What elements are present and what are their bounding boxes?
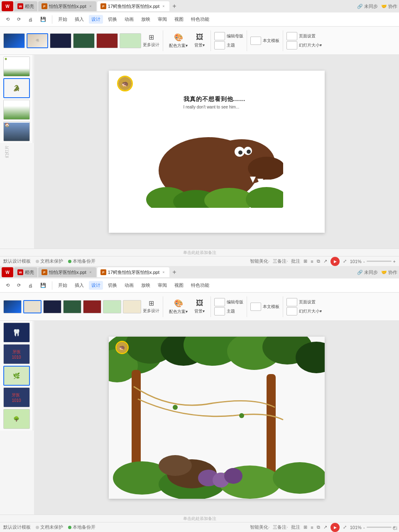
design-thumb-2-3[interactable] — [43, 300, 61, 313]
tab-ppt1[interactable]: P 怕怕牙医怕怕x.ppt × — [38, 1, 96, 11]
toolbar-undo-2[interactable]: ⟲ — [3, 281, 12, 289]
menu-insert-1[interactable]: 插入 — [72, 15, 86, 24]
menu-start-2[interactable]: 开始 — [56, 281, 70, 290]
zoom-slider-2[interactable] — [367, 527, 392, 528]
icon-share-2[interactable]: ↗ — [323, 525, 327, 530]
note-area-2[interactable]: 单击此处添加备注 — [0, 515, 399, 522]
page-setup-label[interactable]: 页面设置 — [299, 33, 316, 39]
ribbon-color-scheme-2[interactable]: 🎨 配色方案▾ — [166, 297, 190, 316]
tab-daoke[interactable]: W 稻壳 — [14, 1, 37, 11]
menu-insert-2[interactable]: 插入 — [72, 281, 86, 290]
smart-beautify-1[interactable]: 智能美化· — [250, 258, 269, 264]
tab-ppt1-2[interactable]: P 怕怕牙医怕怕x.ppt × — [38, 267, 96, 277]
menu-view-1[interactable]: 视图 — [172, 15, 186, 24]
theme-label[interactable]: 主题 — [227, 42, 235, 48]
add-comment-2[interactable]: 批注 — [291, 524, 300, 530]
slide-thumb-1-1[interactable]: 🌳 — [3, 57, 30, 76]
design-thumb-2-2[interactable] — [23, 300, 42, 313]
menu-start-1[interactable]: 开始 — [56, 15, 70, 24]
tab-close-ppt2[interactable]: × — [161, 4, 166, 9]
menu-design-2[interactable]: 设计 — [89, 281, 103, 290]
smart-beautify-2[interactable]: 智能美化· — [250, 524, 269, 530]
edit-master-label[interactable]: 编辑母版 — [227, 33, 243, 39]
design-thumb-2[interactable]: 书 — [27, 33, 48, 48]
slide-canvas-2[interactable]: 🦔 — [109, 337, 325, 499]
design-thumb-2-1[interactable] — [3, 300, 22, 313]
comments-label-1[interactable]: 三备注· — [273, 258, 288, 264]
icon-rows-1[interactable]: ≡ — [311, 259, 313, 264]
add-comment-1[interactable]: 批注 — [291, 258, 300, 264]
slide-thumb-2-4[interactable]: 牙医1010 — [3, 387, 30, 407]
zoom-plus-1[interactable]: + — [393, 259, 396, 264]
menu-switch-1[interactable]: 切换 — [105, 15, 120, 24]
slide-thumb-2-1[interactable]: 🦷 — [3, 323, 30, 342]
text-template-label-2[interactable]: 本文模板 — [263, 304, 279, 310]
comments-label-2[interactable]: 三备注· — [273, 524, 288, 530]
menu-switch-2[interactable]: 切换 — [105, 281, 120, 290]
design-thumb-2-5[interactable] — [83, 300, 101, 313]
ribbon-color-scheme[interactable]: 🎨 配色方案▾ — [166, 31, 190, 50]
slide-thumb-1-2[interactable]: 🐊 — [3, 78, 30, 98]
ribbon-more-btn[interactable]: ⊞ 更多设计 — [143, 33, 159, 48]
icon-grid-1[interactable]: ⊞ — [304, 259, 307, 264]
menu-review-2[interactable]: 审阅 — [155, 281, 169, 290]
slide-size-label-2[interactable]: 幻灯片大小▾ — [299, 308, 322, 314]
icon-rows-2[interactable]: ≡ — [311, 525, 313, 530]
zoom-minus-1[interactable]: - — [363, 259, 365, 264]
text-template-label[interactable]: 本文模板 — [263, 38, 279, 44]
icon-fit-2[interactable]: ⤢ — [343, 525, 347, 530]
slide-thumb-2-5[interactable]: 🌳 — [3, 409, 30, 429]
slide-thumb-2-2[interactable]: 牙医1010 — [3, 344, 30, 364]
design-thumb-3[interactable] — [50, 33, 71, 48]
tab-daoke-2[interactable]: W 稻壳 — [14, 267, 37, 277]
ribbon-background[interactable]: 🖼 背景▾ — [192, 31, 207, 50]
design-thumb-5[interactable] — [96, 33, 118, 48]
menu-play-2[interactable]: 放映 — [139, 281, 153, 290]
note-area-1[interactable]: 单击此处添加备注 — [0, 249, 399, 256]
menu-view-2[interactable]: 视图 — [172, 281, 186, 290]
collab-btn-1[interactable]: 🤝 协作 — [381, 3, 397, 10]
ribbon-more-btn-2[interactable]: ⊞ 更多设计 — [143, 299, 159, 314]
slide-thumb-1-4[interactable]: 🏠 — [3, 121, 30, 141]
page-setup-label-2[interactable]: 页面设置 — [299, 299, 316, 305]
new-tab-btn[interactable]: + — [170, 2, 179, 10]
toolbar-redo-2[interactable]: ⟳ — [15, 281, 23, 289]
menu-review-1[interactable]: 审阅 — [155, 15, 169, 24]
toolbar-save-2[interactable]: 💾 — [38, 281, 49, 289]
toolbar-undo-1[interactable]: ⟲ — [3, 15, 12, 23]
menu-anim-1[interactable]: 动画 — [122, 15, 136, 24]
collab-btn-2[interactable]: 🤝 协作 — [381, 269, 397, 276]
new-tab-btn-2[interactable]: + — [170, 268, 179, 276]
design-thumb-2-7[interactable] — [123, 300, 141, 313]
slide-thumb-1-3[interactable] — [3, 100, 30, 120]
zoom-minus-2[interactable]: - — [363, 525, 365, 530]
toolbar-save-1[interactable]: 💾 — [38, 15, 49, 23]
tab-close-ppt1-2[interactable]: × — [88, 270, 93, 275]
toolbar-print-2[interactable]: 🖨 — [26, 282, 35, 289]
ribbon-background-2[interactable]: 🖼 背景▾ — [192, 297, 207, 316]
icon-grid-2[interactable]: ⊞ — [304, 525, 307, 530]
theme-label-2[interactable]: 主题 — [227, 308, 235, 314]
icon-copy-1[interactable]: ⧉ — [317, 259, 320, 264]
design-thumb-6[interactable] — [120, 33, 141, 48]
menu-special-1[interactable]: 特色功能 — [188, 15, 212, 24]
icon-copy-2[interactable]: ⧉ — [317, 525, 320, 530]
icon-share-1[interactable]: ↗ — [323, 259, 327, 264]
menu-design-1[interactable]: 设计 — [89, 15, 103, 24]
menu-anim-2[interactable]: 动画 — [122, 281, 136, 290]
menu-special-2[interactable]: 特色功能 — [188, 281, 212, 290]
design-thumb-4[interactable] — [73, 33, 95, 48]
icon-fit-1[interactable]: ⤢ — [343, 259, 347, 264]
tab-close-ppt2-2[interactable]: × — [161, 270, 166, 275]
menu-play-1[interactable]: 放映 — [139, 15, 153, 24]
edit-master-label-2[interactable]: 编辑母版 — [227, 299, 243, 305]
tab-ppt2[interactable]: P 17鳄鱼怕怕牙医怕怕x.ppt × — [97, 1, 169, 11]
play-btn-1[interactable] — [330, 257, 340, 266]
design-thumb-2-6[interactable] — [103, 300, 121, 313]
design-thumb-2-4[interactable] — [63, 300, 81, 313]
slide-size-label[interactable]: 幻灯片大小▾ — [299, 42, 322, 48]
slide-thumb-2-3[interactable]: 🌿 — [3, 366, 30, 386]
slide-canvas-1[interactable]: 🦔 我真的不想看到他...... I really don't want to … — [109, 71, 325, 233]
design-thumb-1[interactable] — [3, 33, 25, 48]
toolbar-print-1[interactable]: 🖨 — [26, 16, 35, 23]
